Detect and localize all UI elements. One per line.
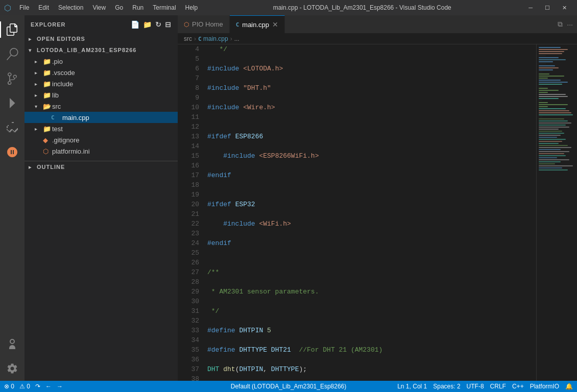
vscode-label: .vscode bbox=[52, 69, 75, 77]
tree-item-include[interactable]: ▸ 📁 include bbox=[25, 78, 178, 89]
status-warnings[interactable]: ⚠ 0 bbox=[19, 383, 30, 390]
status-line-ending[interactable]: CRLF bbox=[490, 383, 506, 390]
title-bar: ⬡ File Edit Selection View Go Run Termin… bbox=[0, 0, 577, 15]
pio-file-icon: ⬡ bbox=[43, 148, 52, 155]
status-spaces[interactable]: Spaces: 2 bbox=[433, 383, 460, 390]
breadcrumb-dots[interactable]: ... bbox=[234, 35, 239, 42]
status-notifications[interactable]: 🔔 bbox=[565, 383, 573, 390]
line-numbers: 4 5 6 7 8 9 10 11 12 13 14 15 16 17 18 1… bbox=[178, 44, 203, 381]
minimize-button[interactable]: ─ bbox=[522, 3, 539, 13]
project-root-header[interactable]: ▾ LOTODA_LIB_AM2301_ESP8266 bbox=[25, 44, 178, 56]
folder-icon: 📁 bbox=[43, 58, 52, 65]
outline-header[interactable]: ▸ OUTLINE bbox=[25, 161, 178, 173]
more-actions-icon[interactable]: ··· bbox=[567, 20, 573, 29]
menu-edit[interactable]: Edit bbox=[34, 3, 53, 12]
split-editor-icon[interactable]: ⧉ bbox=[558, 20, 563, 29]
folder-icon: 📁 bbox=[43, 125, 52, 133]
menu-help[interactable]: Help bbox=[181, 3, 202, 12]
outline-label: OUTLINE bbox=[37, 164, 65, 170]
code-editor[interactable]: */ #include <LOTODA.h> #include "DHT.h" … bbox=[203, 44, 536, 381]
explorer-title: EXPLORER bbox=[31, 21, 66, 28]
git-file-icon: ◆ bbox=[43, 136, 52, 144]
project-name: LOTODA_LIB_AM2301_ESP8266 bbox=[37, 47, 136, 53]
maximize-button[interactable]: ☐ bbox=[539, 3, 556, 13]
status-language[interactable]: C++ bbox=[512, 383, 524, 390]
tabs-right-buttons: ⧉ ··· bbox=[554, 15, 577, 33]
status-nav-back[interactable]: ← bbox=[45, 383, 52, 390]
open-editors-arrow: ▸ bbox=[29, 36, 37, 42]
pio-arrow: ▸ bbox=[35, 59, 43, 64]
main-cpp-tab-close[interactable]: ✕ bbox=[272, 21, 278, 28]
tree-item-gitignore[interactable]: ◆ .gitignore bbox=[25, 134, 178, 145]
menu-run[interactable]: Run bbox=[128, 3, 148, 12]
activity-bar bbox=[0, 15, 25, 381]
window-title: main.cpp - LOTODA_Lib_Am2301_Esp8266 - V… bbox=[202, 4, 522, 11]
account-activity-icon[interactable] bbox=[0, 332, 25, 356]
status-center[interactable]: Default (LOTODA_Lib_Am2301_Esp8266) bbox=[231, 383, 347, 390]
include-label: include bbox=[52, 80, 73, 88]
pio-home-tab-icon: ⬡ bbox=[184, 21, 189, 28]
source-control-activity-icon[interactable] bbox=[0, 66, 25, 91]
project-arrow: ▾ bbox=[29, 47, 37, 53]
breadcrumb-src[interactable]: src bbox=[184, 35, 192, 42]
status-encoding[interactable]: UTF-8 bbox=[467, 383, 484, 390]
collapse-all-icon[interactable]: ⊟ bbox=[165, 20, 172, 29]
new-folder-icon[interactable]: 📁 bbox=[143, 20, 152, 29]
sidebar-header-icons: 📄 📁 ↻ ⊟ bbox=[131, 20, 172, 29]
breadcrumb-sep2: › bbox=[230, 35, 232, 42]
open-editors-header[interactable]: ▸ OPEN EDITORS bbox=[25, 33, 178, 44]
menu-selection[interactable]: Selection bbox=[54, 3, 87, 12]
platformio-activity-icon[interactable] bbox=[0, 140, 25, 164]
tree-item-vscode[interactable]: ▸ 📁 .vscode bbox=[25, 67, 178, 78]
status-nav-forward[interactable]: → bbox=[57, 383, 63, 390]
status-branch[interactable]: ↷ bbox=[35, 383, 40, 390]
tab-pio-home[interactable]: ⬡ PIO Home bbox=[178, 15, 230, 33]
folder-icon: 📁 bbox=[43, 69, 52, 77]
search-activity-icon[interactable] bbox=[0, 42, 25, 66]
tree-item-src[interactable]: ▾ 📂 src bbox=[25, 101, 178, 112]
project-section: ▾ LOTODA_LIB_AM2301_ESP8266 ▸ 📁 .pio ▸ 📁… bbox=[25, 44, 178, 157]
menu-terminal[interactable]: Terminal bbox=[149, 3, 180, 12]
title-bar-left: ⬡ File Edit Selection View Go Run Termin… bbox=[4, 3, 202, 13]
tree-item-test[interactable]: ▸ 📁 test bbox=[25, 123, 178, 134]
explorer-activity-icon[interactable] bbox=[0, 17, 25, 42]
extensions-activity-icon[interactable] bbox=[0, 115, 25, 140]
new-file-icon[interactable]: 📄 bbox=[131, 20, 140, 29]
tree-item-pio[interactable]: ▸ 📁 .pio bbox=[25, 56, 178, 67]
menu-view[interactable]: View bbox=[88, 3, 110, 12]
main-cpp-tab-icon: C bbox=[236, 21, 239, 28]
status-left: ⊗ 0 ⚠ 0 ↷ ← → bbox=[4, 383, 63, 390]
title-bar-menu: File Edit Selection View Go Run Terminal… bbox=[15, 3, 202, 12]
tab-main-cpp[interactable]: C main.cpp ✕ bbox=[230, 15, 285, 33]
editor-area: ⬡ PIO Home C main.cpp ✕ ⧉ ··· src › C ma… bbox=[178, 15, 577, 381]
test-label: test bbox=[52, 125, 63, 133]
run-activity-icon[interactable] bbox=[0, 91, 25, 115]
status-errors[interactable]: ⊗ 0 bbox=[4, 383, 14, 390]
open-editors-label: OPEN EDITORS bbox=[37, 36, 85, 42]
close-button[interactable]: ✕ bbox=[556, 3, 573, 13]
open-editors-section: ▸ OPEN EDITORS bbox=[25, 33, 178, 44]
tree-item-lib[interactable]: ▸ 📁 lib bbox=[25, 89, 178, 101]
status-platformio[interactable]: PlatformIO bbox=[530, 383, 559, 390]
main-layout: EXPLORER 📄 📁 ↻ ⊟ ▸ OPEN EDITORS ▾ LOTODA… bbox=[0, 15, 577, 381]
tabs-bar: ⬡ PIO Home C main.cpp ✕ ⧉ ··· bbox=[178, 15, 577, 33]
outline-section: ▸ OUTLINE bbox=[25, 161, 178, 173]
folder-icon: 📁 bbox=[43, 80, 52, 88]
tree-item-main-cpp[interactable]: C main.cpp bbox=[25, 112, 178, 123]
window-controls: ─ ☐ ✕ bbox=[522, 3, 573, 13]
tree-item-platformio-ini[interactable]: ⬡ platformio.ini bbox=[25, 145, 178, 157]
settings-activity-icon[interactable] bbox=[0, 356, 25, 381]
src-arrow: ▾ bbox=[35, 104, 43, 109]
test-arrow: ▸ bbox=[35, 126, 43, 132]
app-icon: ⬡ bbox=[4, 3, 11, 13]
platformio-ini-label: platformio.ini bbox=[52, 148, 90, 155]
refresh-icon[interactable]: ↻ bbox=[155, 20, 162, 29]
lib-arrow: ▸ bbox=[35, 92, 43, 98]
status-position[interactable]: Ln 1, Col 1 bbox=[397, 383, 427, 390]
sidebar: EXPLORER 📄 📁 ↻ ⊟ ▸ OPEN EDITORS ▾ LOTODA… bbox=[25, 15, 178, 381]
menu-go[interactable]: Go bbox=[111, 3, 127, 12]
src-label: src bbox=[52, 103, 61, 110]
menu-file[interactable]: File bbox=[15, 3, 33, 12]
minimap bbox=[536, 44, 577, 381]
breadcrumb-file[interactable]: C main.cpp bbox=[198, 35, 228, 42]
